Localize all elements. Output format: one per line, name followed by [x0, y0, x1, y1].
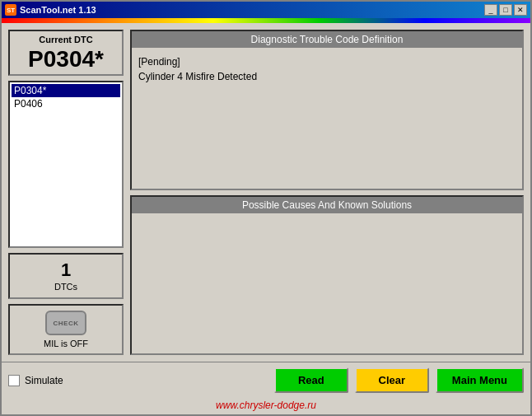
causes-body: [132, 213, 522, 354]
main-menu-button[interactable]: Main Menu: [436, 367, 524, 393]
dtc-list[interactable]: P0304* P0406: [8, 81, 124, 248]
close-button[interactable]: ✕: [514, 4, 527, 16]
simulate-label: Simulate: [25, 375, 63, 386]
dtc-definition-line2: Cylinder 4 Misfire Detected: [138, 69, 516, 84]
list-item[interactable]: P0304*: [12, 84, 120, 97]
minimize-button[interactable]: _: [484, 4, 497, 16]
list-item[interactable]: P0406: [12, 97, 120, 110]
window-title: ScanTool.net 1.13: [20, 5, 96, 15]
causes-header: Possible Causes And Known Solutions: [132, 197, 522, 213]
dtc-definition-header: Diagnostic Trouble Code Definition: [132, 31, 522, 48]
dtc-count-label: DTCs: [54, 282, 77, 292]
title-bar: ST ScanTool.net 1.13 _ □ ✕: [2, 2, 530, 18]
right-panel: Diagnostic Trouble Code Definition [Pend…: [130, 30, 524, 355]
website-text: www.chrysler-dodge.ru: [216, 400, 316, 411]
current-dtc-value: P0304*: [13, 48, 119, 71]
main-window: ST ScanTool.net 1.13 _ □ ✕ Current DTC P…: [0, 0, 532, 416]
simulate-area: Simulate: [8, 375, 63, 386]
dtc-count-number: 1: [13, 259, 119, 281]
mil-box: CHECK MIL is OFF: [8, 304, 124, 355]
dtc-definition-line1: [Pending]: [138, 54, 516, 69]
mil-icon: CHECK: [45, 311, 86, 335]
simulate-checkbox[interactable]: [8, 375, 20, 386]
clear-button[interactable]: Clear: [355, 367, 429, 393]
current-dtc-label: Current DTC: [13, 35, 119, 44]
app-icon: ST: [5, 4, 16, 16]
maximize-button[interactable]: □: [499, 4, 512, 16]
read-button[interactable]: Read: [274, 367, 348, 393]
main-content: Current DTC P0304* P0304* P0406 1 DTCs C…: [2, 23, 530, 362]
bottom-bar: Simulate Read Clear Main Menu: [2, 362, 530, 398]
dtc-definition-body: [Pending] Cylinder 4 Misfire Detected: [132, 48, 522, 189]
left-panel: Current DTC P0304* P0304* P0406 1 DTCs C…: [8, 30, 124, 355]
title-bar-left: ST ScanTool.net 1.13: [5, 4, 96, 16]
mil-status: MIL is OFF: [44, 339, 88, 348]
website-bar: www.chrysler-dodge.ru: [2, 398, 530, 414]
current-dtc-box: Current DTC P0304*: [8, 30, 124, 76]
title-buttons: _ □ ✕: [484, 4, 527, 16]
dtc-count-box: 1 DTCs: [8, 253, 124, 299]
causes-section: Possible Causes And Known Solutions: [130, 195, 524, 356]
dtc-definition-section: Diagnostic Trouble Code Definition [Pend…: [130, 30, 524, 190]
